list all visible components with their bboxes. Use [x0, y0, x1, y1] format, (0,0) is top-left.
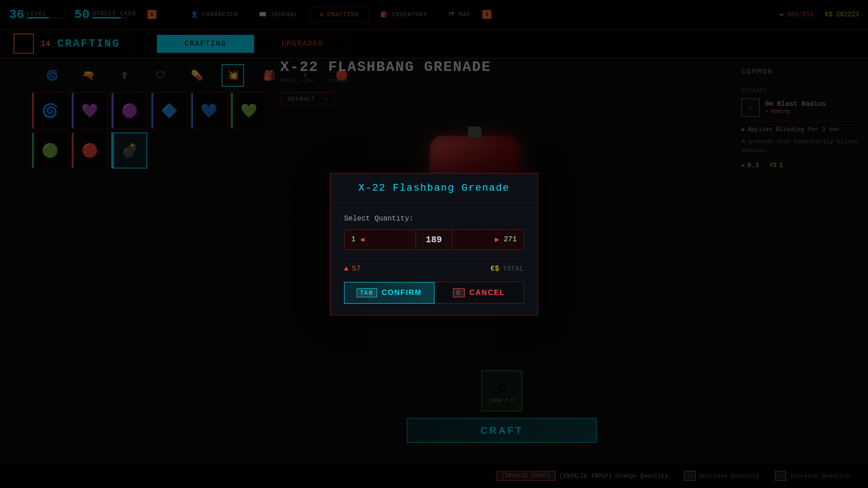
- confirm-key: TAB: [357, 288, 377, 297]
- modal-body: Select Quantity: 1 ◀ 189 ▶ 271: [330, 203, 538, 315]
- qty-decrease-arrow[interactable]: ◀: [360, 235, 365, 244]
- qty-increase-arrow[interactable]: ▶: [495, 235, 500, 244]
- confirm-button[interactable]: TAB CONFIRM: [344, 282, 434, 304]
- modal-overlay: X-22 Flashbang Grenade Select Quantity: …: [0, 0, 868, 488]
- qty-current-value[interactable]: 189: [416, 230, 452, 250]
- modal-cost: ▲ 57: [344, 265, 361, 273]
- cost-value: 57: [352, 265, 361, 273]
- cancel-label: CANCEL: [469, 289, 505, 297]
- qty-max-value: 271: [504, 235, 517, 244]
- modal-buttons: TAB CONFIRM C CANCEL: [344, 282, 524, 304]
- total-label: TOTAL: [503, 265, 524, 272]
- qty-left-section: 1 ◀: [344, 230, 416, 250]
- total-icon: €$: [491, 265, 499, 273]
- quantity-selector: 1 ◀ 189 ▶ 271: [344, 230, 524, 250]
- cancel-button[interactable]: C CANCEL: [434, 282, 524, 304]
- modal-title: X-22 Flashbang Grenade: [330, 174, 538, 203]
- qty-right-section: ▶ 271: [452, 230, 524, 250]
- modal-total-area: €$ TOTAL: [491, 265, 524, 273]
- confirm-label: CONFIRM: [382, 289, 422, 297]
- cost-icon: ▲: [344, 265, 349, 273]
- quantity-modal: X-22 Flashbang Grenade Select Quantity: …: [330, 173, 538, 315]
- modal-info-row: ▲ 57 €$ TOTAL: [344, 259, 524, 273]
- cancel-key: C: [453, 288, 465, 297]
- modal-label: Select Quantity:: [344, 215, 524, 223]
- qty-min-value: 1: [351, 235, 356, 244]
